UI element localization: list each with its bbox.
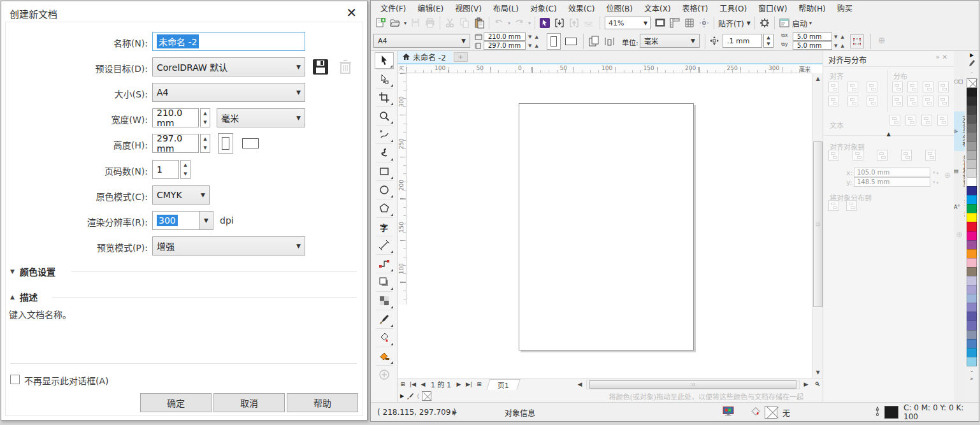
fullscreen-preview-button[interactable]	[653, 16, 667, 30]
print-button[interactable]	[423, 16, 437, 30]
save-preset-button[interactable]	[312, 59, 329, 77]
color-swatch[interactable]	[967, 177, 977, 187]
rectangle-tool[interactable]	[375, 163, 394, 180]
color-swatch[interactable]	[967, 87, 977, 97]
new-tab-button[interactable]: +	[454, 52, 468, 62]
color-swatch[interactable]	[967, 195, 977, 205]
no-color-swatch[interactable]	[422, 391, 431, 401]
vertical-scrollbar[interactable]: ▲ ▼	[812, 73, 823, 378]
menu-item-8[interactable]: 表格(T)	[677, 1, 714, 15]
color-swatch[interactable]	[967, 114, 977, 124]
zoom-tool[interactable]	[375, 108, 394, 124]
color-swatch[interactable]	[967, 186, 977, 196]
units-dropdown[interactable]: 毫米▼	[640, 34, 700, 48]
palette-expand-icon[interactable]: »	[970, 375, 974, 383]
menu-item-12[interactable]: 购买	[832, 1, 858, 15]
color-swatch[interactable]	[967, 159, 977, 169]
docker-collapse-icon[interactable]: ▲	[886, 131, 890, 137]
align-to-option-icon[interactable]	[877, 150, 888, 161]
all-pages-icon[interactable]	[588, 36, 600, 47]
color-swatch[interactable]	[967, 267, 977, 277]
page-height-spinner[interactable]: ▼▲	[528, 43, 538, 48]
menu-item-5[interactable]: 效果(C)	[563, 1, 601, 15]
crop-tool[interactable]	[375, 89, 394, 106]
color-swatch[interactable]	[967, 105, 977, 115]
name-input[interactable]: 未命名 -2	[152, 32, 305, 51]
docker-tab-symbol-manager[interactable]: ○□符号管理器(O)	[954, 51, 965, 112]
open-button[interactable]	[388, 16, 402, 30]
previous-page-icon[interactable]: ◀	[418, 379, 428, 389]
current-page-icon[interactable]	[604, 36, 616, 47]
docker-tab-text-properties[interactable]: A°文本属性	[954, 191, 965, 224]
width-spinner[interactable]: ▲▼	[200, 108, 210, 127]
outline-color-swatch[interactable]	[884, 406, 898, 419]
flyout-arrow-icon[interactable]: ▶	[400, 393, 404, 399]
add-page-end-icon[interactable]: ⊞	[474, 379, 484, 389]
x-spinner[interactable]: ▾▴	[933, 170, 940, 175]
artistic-media-tool[interactable]	[375, 145, 394, 161]
menu-item-4[interactable]: 对象(C)	[524, 1, 563, 15]
color-swatch[interactable]	[967, 231, 977, 241]
color-mode-dropdown[interactable]: CMYK▼	[152, 185, 210, 205]
portrait-button[interactable]	[218, 133, 233, 154]
text-tool[interactable]: 字	[375, 219, 394, 235]
nudge-input[interactable]: .1 mm	[723, 34, 762, 48]
eyedropper-icon[interactable]	[407, 393, 414, 400]
canvas[interactable]	[407, 73, 812, 378]
menu-item-6[interactable]: 位图(B)	[600, 1, 638, 15]
zoom-level-dropdown[interactable]: 41%▼	[605, 17, 651, 29]
color-swatch[interactable]	[967, 141, 977, 151]
transparency-tool[interactable]	[375, 292, 394, 309]
target-point-icon[interactable]: ⊕	[944, 171, 951, 180]
search-content-button[interactable]	[538, 16, 552, 30]
color-swatch[interactable]	[967, 132, 977, 141]
text-align-option-icon[interactable]	[937, 115, 948, 126]
size-dropdown[interactable]: A4▼	[152, 83, 305, 102]
vertical-scroll-thumb[interactable]	[813, 141, 823, 307]
horizontal-scrollbar[interactable]	[586, 380, 800, 389]
add-propbar-icon[interactable]: ⊕	[878, 35, 886, 45]
color-swatch[interactable]	[967, 312, 977, 321]
distribute-option-icon[interactable]	[938, 96, 949, 106]
color-proof-icon[interactable]	[723, 406, 734, 418]
resolution-dropdown-button[interactable]: ▼	[199, 211, 213, 230]
color-swatch[interactable]	[967, 294, 977, 303]
x-field[interactable]: 105.0 mm	[854, 168, 930, 177]
page-height-input[interactable]: 297.0 mm	[484, 41, 526, 50]
align-option-icon[interactable]	[867, 96, 877, 106]
color-swatch[interactable]	[967, 258, 977, 268]
horizontal-scroll-thumb[interactable]	[589, 380, 796, 389]
units-dropdown[interactable]: 毫米▼	[217, 108, 305, 127]
menu-item-2[interactable]: 视图(V)	[449, 1, 487, 15]
ok-button[interactable]: 确定	[140, 393, 212, 412]
undo-button[interactable]	[492, 16, 506, 30]
color-swatch[interactable]	[967, 150, 977, 160]
add-docker-icon[interactable]: ⊕	[956, 230, 962, 239]
eyedropper-tool[interactable]	[375, 311, 394, 328]
distribute-option-icon[interactable]	[907, 96, 918, 106]
color-swatch[interactable]	[967, 303, 977, 312]
resolution-input[interactable]: 300	[152, 211, 200, 230]
rulers-toggle-button[interactable]	[668, 16, 682, 30]
align-option-icon[interactable]	[847, 96, 858, 106]
menu-item-7[interactable]: 文本(X)	[638, 1, 677, 15]
color-swatch[interactable]	[967, 249, 977, 259]
distribute-to-option-icon[interactable]	[846, 200, 857, 211]
align-to-option-icon[interactable]	[853, 150, 863, 161]
export-button[interactable]	[567, 16, 581, 30]
fill-none-swatch[interactable]	[765, 406, 777, 419]
text-align-option-icon[interactable]	[890, 115, 900, 126]
color-swatch[interactable]	[967, 240, 977, 250]
page-width-spinner[interactable]: ▼▲	[528, 34, 538, 40]
add-page-start-icon[interactable]: ⊞	[398, 379, 408, 389]
horizontal-ruler[interactable]: 毫米10050050100150200250300	[407, 64, 812, 73]
align-option-icon[interactable]	[847, 82, 858, 92]
duplicate-x-spinner[interactable]: ▼▲	[834, 34, 844, 40]
color-swatch[interactable]	[967, 285, 977, 294]
next-page-icon[interactable]: ▶	[454, 379, 464, 389]
color-swatch[interactable]	[967, 222, 977, 231]
color-swatch[interactable]	[967, 168, 977, 178]
cancel-button[interactable]: 取消	[213, 393, 285, 412]
menu-item-3[interactable]: 布局(L)	[487, 1, 524, 15]
menu-item-10[interactable]: 窗口(W)	[753, 1, 793, 15]
